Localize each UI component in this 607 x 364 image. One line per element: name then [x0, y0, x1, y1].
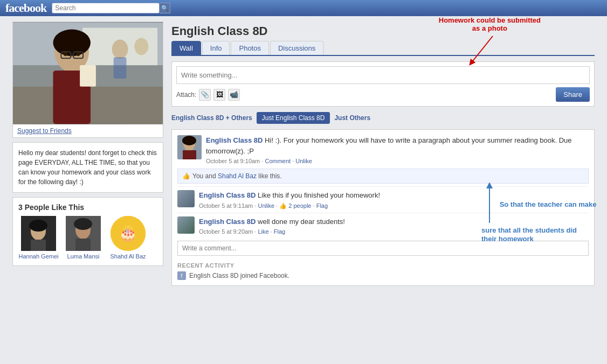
post-avatar-img [177, 135, 202, 159]
sub-meta-2: October 5 at 9:20am · Like · Flag [199, 228, 589, 235]
profile-photo [13, 22, 163, 124]
filter-bar: English Class 8D + Others Just English C… [171, 112, 595, 124]
sub-content-1: English Class 8D Like this if you finish… [199, 190, 589, 209]
likes-box: 3 People Like This Hannah GemeiLuma Mans… [12, 197, 163, 266]
tab-wall[interactable]: Wall [171, 41, 201, 55]
filter-active-button[interactable]: Just English Class 8D [257, 112, 330, 124]
left-sidebar: Suggest to Friends Hello my dear student… [12, 22, 163, 286]
search-icon[interactable]: 🔍 [160, 3, 170, 13]
sub-unlike-1[interactable]: Unlike [258, 202, 274, 209]
facebook-logo[interactable]: facebook [5, 1, 46, 15]
sub-like-2[interactable]: Like [258, 228, 268, 235]
sub-flag-2[interactable]: Flag [274, 228, 285, 235]
topbar: facebook 🔍 [0, 0, 607, 16]
write-box: Attach: 📎 🖼 📹 Share [171, 61, 595, 107]
svg-point-5 [53, 30, 90, 57]
main-post: English Class 8D Hi! :). For your homewo… [177, 135, 589, 164]
sub-meta-1: October 5 at 9:11am · Unlike · 👍 2 peopl… [199, 202, 589, 209]
svg-rect-19 [31, 240, 46, 251]
profile-photo-inner [13, 22, 163, 124]
sub-post-1: English Class 8D Like this if you finish… [177, 186, 589, 213]
attach-row: Attach: 📎 🖼 📹 [176, 89, 240, 101]
svg-rect-12 [80, 65, 96, 87]
attach-video-icon[interactable]: 📹 [228, 89, 240, 101]
like-avatar-0 [21, 216, 56, 251]
post-text-main: English Class 8D Hi! :). For your homewo… [206, 135, 589, 156]
sub-body-1: Like this if you finished your homework! [258, 191, 380, 199]
sub-flag-1[interactable]: Flag [316, 202, 328, 209]
like-person-0[interactable]: Hannah Gemei [18, 216, 59, 260]
main-content: Homework could be submittedas a photo En… [171, 22, 595, 286]
like-person-2[interactable]: 🎂Shahd Al Baz [108, 216, 148, 260]
filter-others-link[interactable]: English Class 8D + Others [171, 114, 252, 122]
thumbs-up-icon: 👍 [182, 172, 190, 180]
likes-people: Hannah GemeiLuma Mansi🎂Shahd Al Baz [18, 216, 157, 260]
sub-avatar-1 [177, 190, 195, 207]
tab-info[interactable]: Info [202, 41, 230, 55]
recent-item: f English Class 8D joined Facebook. [177, 271, 589, 280]
sub-author-2[interactable]: English Class 8D [199, 218, 256, 226]
svg-point-18 [29, 220, 47, 232]
posts-area: English Class 8D Hi! :). For your homewo… [171, 129, 595, 286]
search-bar: 🔍 [52, 3, 170, 13]
likes-row: 👍 You and Shahd Al Baz like this. [177, 169, 589, 184]
comment-input[interactable] [177, 241, 589, 256]
likes-text: You and Shahd Al Baz like this. [192, 172, 282, 180]
svg-rect-14 [114, 57, 127, 79]
sub-body-2: well done my dear students! [258, 218, 345, 226]
unlike-link[interactable]: Unlike [295, 158, 312, 164]
tab-photos[interactable]: Photos [231, 41, 268, 55]
recent-label: RECENT ACTIVITY [177, 262, 589, 269]
recent-icon: f [177, 271, 186, 280]
attach-label: Attach: [176, 91, 196, 99]
like-name-2[interactable]: Shahd Al Baz [110, 253, 146, 260]
sub-content-2: English Class 8D well done my dear stude… [199, 216, 589, 235]
post-content-main: English Class 8D Hi! :). For your homewo… [206, 135, 589, 164]
likes-title: 3 People Like This [18, 203, 157, 212]
post-avatar-main [177, 135, 202, 159]
like-avatar-1 [66, 216, 101, 251]
write-bottom: Attach: 📎 🖼 📹 Share [176, 87, 590, 102]
like-name-1[interactable]: Luma Mansi [67, 253, 100, 260]
sub-post-2: English Class 8D well done my dear stude… [177, 213, 589, 239]
post-meta-main: October 5 at 9:10am · Comment · Unlike [206, 158, 589, 164]
write-input[interactable] [176, 66, 590, 84]
info-text: Hello my dear students! dont forget to c… [18, 149, 157, 186]
recent-text: English Class 8D joined Facebook. [189, 272, 289, 279]
svg-point-22 [74, 218, 92, 230]
post-author-main[interactable]: English Class 8D [206, 136, 263, 144]
sub-text-2: English Class 8D well done my dear stude… [199, 216, 589, 227]
suggest-friends-link[interactable]: Suggest to Friends [13, 124, 163, 137]
main-container: Suggest to Friends Hello my dear student… [7, 16, 600, 291]
recent-activity: RECENT ACTIVITY f English Class 8D joine… [177, 262, 589, 280]
sub-avatar-2 [177, 216, 195, 234]
attach-photo-icon[interactable]: 📎 [199, 89, 211, 101]
like-name-0[interactable]: Hannah Gemei [19, 253, 59, 260]
search-input[interactable] [52, 3, 160, 13]
like-avatar-2: 🎂 [111, 216, 146, 251]
sub-2people-1[interactable]: 2 people [288, 202, 311, 209]
svg-point-28 [182, 136, 196, 145]
info-text-box: Hello my dear students! dont forget to c… [12, 142, 163, 193]
svg-point-13 [112, 39, 128, 59]
svg-rect-23 [75, 239, 91, 251]
tab-discussions[interactable]: Discussions [270, 41, 323, 55]
filter-just-others-link[interactable]: Just Others [334, 114, 370, 122]
svg-rect-29 [183, 150, 196, 159]
sub-text-1: English Class 8D Like this if you finish… [199, 190, 589, 201]
svg-text:🎂: 🎂 [119, 225, 137, 242]
profile-photo-box: Suggest to Friends [12, 22, 163, 138]
like-person-1[interactable]: Luma Mansi [63, 216, 104, 260]
page-title: English Class 8D [171, 24, 595, 38]
profile-photo-svg [13, 22, 163, 124]
shahd-link[interactable]: Shahd Al Baz [218, 172, 257, 180]
svg-point-15 [134, 38, 148, 55]
tabs-bar: WallInfoPhotosDiscussions [171, 41, 595, 56]
comment-link[interactable]: Comment [265, 158, 291, 164]
attach-image-icon[interactable]: 🖼 [213, 89, 225, 101]
share-button[interactable]: Share [556, 87, 590, 102]
sub-author-1[interactable]: English Class 8D [199, 191, 256, 199]
